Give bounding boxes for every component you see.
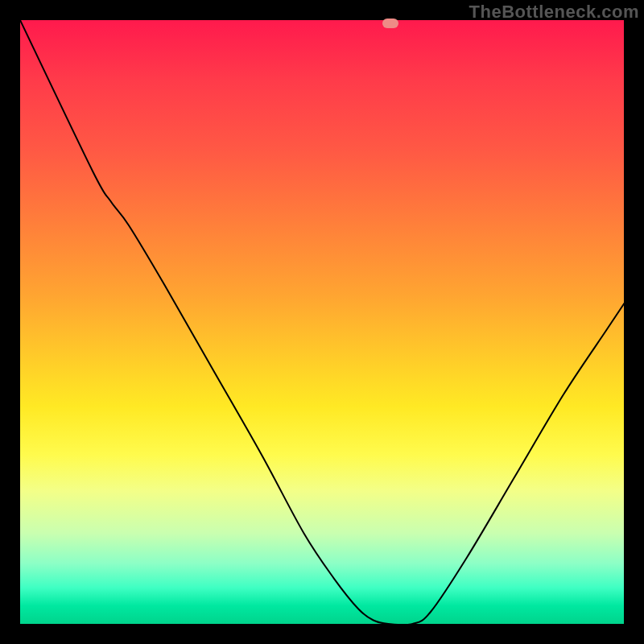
bottleneck-curve-path (20, 20, 624, 624)
plot-area (20, 20, 624, 624)
watermark-text: TheBottleneck.com (469, 2, 639, 23)
bottleneck-curve (20, 20, 624, 624)
optimal-marker (382, 19, 398, 28)
chart-frame: TheBottleneck.com (0, 0, 644, 644)
